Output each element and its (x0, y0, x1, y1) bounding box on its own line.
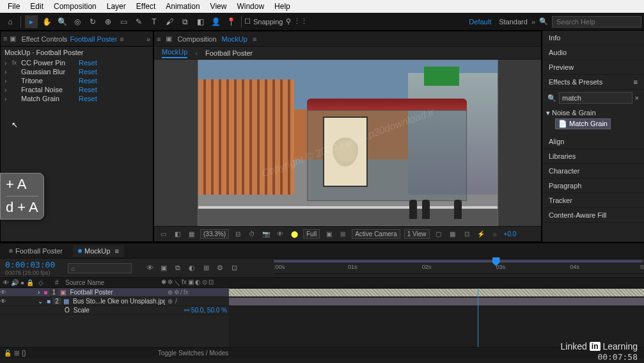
fx-badge-icon[interactable] (12, 69, 21, 75)
view-opt2-icon[interactable]: ▦ (448, 229, 458, 239)
composition-name-link[interactable]: MockUp (222, 35, 247, 43)
tl-footer-icon[interactable]: {} (22, 350, 26, 357)
character-panel-header[interactable]: Character (542, 164, 644, 179)
brainstorm-icon[interactable]: ⚙ (215, 264, 225, 272)
panel-menu-icon[interactable]: ≡ (120, 35, 123, 43)
menu-file[interactable]: File (3, 1, 25, 12)
menu-composition[interactable]: Composition (49, 1, 102, 12)
timeline-track-area[interactable] (229, 288, 644, 347)
magnify-icon[interactable]: ▭ (158, 229, 168, 239)
fx-badge-icon[interactable] (12, 77, 21, 84)
panel-lock-icon[interactable]: ≡ (3, 35, 7, 43)
disclosure-icon[interactable]: › (4, 59, 12, 67)
effect-row[interactable]: › Match Grain Reset (1, 94, 153, 103)
effect-reset-link[interactable]: Reset (79, 77, 97, 85)
snapshot-icon[interactable]: 📷 (261, 229, 271, 239)
audio-panel-header[interactable]: Audio (542, 45, 644, 60)
libraries-panel-header[interactable]: Libraries (542, 149, 644, 164)
label-color-icon[interactable]: ■ (42, 289, 49, 296)
frame-blend-icon[interactable]: ⧉ (173, 264, 183, 272)
current-timecode[interactable]: 0:00:03:00 (0, 260, 60, 270)
disclosure-icon[interactable]: › (4, 68, 12, 76)
effect-reset-link[interactable]: Reset (79, 59, 97, 67)
layer-row[interactable]: 👁 ⌄ ■ 2 ▦ Bus Sto...le Oke on Unsplash.j… (0, 297, 229, 306)
breadcrumb-active[interactable]: MockUp (162, 48, 187, 58)
stamp-tool-icon[interactable]: ⧉ (178, 15, 191, 28)
info-panel-header[interactable]: Info (542, 31, 644, 45)
work-area-bar[interactable] (274, 260, 643, 262)
menu-layer[interactable]: Layer (102, 1, 131, 12)
disclosure-icon[interactable]: › (36, 289, 42, 296)
view-dropdown[interactable]: 1 View (404, 229, 430, 239)
disclosure-icon[interactable]: › (4, 86, 12, 93)
tree-group[interactable]: ▾ Noise & Grain (546, 108, 640, 118)
clear-search-icon[interactable]: × (632, 94, 641, 102)
workspace-menu-icon[interactable]: » (531, 18, 535, 26)
rectangle-tool-icon[interactable]: ▭ (117, 15, 130, 28)
roto-tool-icon[interactable]: 👤 (209, 15, 222, 28)
layer-bar[interactable] (229, 298, 644, 305)
effect-row[interactable]: › Fractal Noise Reset (1, 85, 153, 94)
zoom-dropdown[interactable]: (33.3%) (200, 229, 229, 239)
panel-menu-icon[interactable]: ≡ (253, 35, 256, 43)
source-name-col[interactable]: Source Name (63, 279, 159, 286)
draft3d-icon[interactable]: ▣ (159, 264, 169, 272)
playhead-line[interactable] (478, 288, 478, 347)
align-panel-header[interactable]: Align (542, 134, 644, 149)
graph-editor-icon[interactable]: ⊞ (201, 264, 211, 272)
alpha-icon[interactable]: ◧ (172, 229, 182, 239)
channel-icon[interactable]: ⬤ (289, 229, 299, 239)
timeline-search-input[interactable] (68, 263, 132, 273)
effect-controls-layer-link[interactable]: Football Poster (70, 35, 117, 43)
panel-comp-icon[interactable]: ▣ (166, 35, 172, 43)
res-half-icon[interactable]: ⊟ (233, 229, 243, 239)
effect-row[interactable]: › Gaussian Blur Reset (1, 67, 153, 76)
effect-reset-link[interactable]: Reset (79, 95, 97, 102)
panel-lock-icon[interactable]: ≡ (157, 35, 161, 43)
zoom-tool-icon[interactable]: 🔍 (56, 15, 68, 28)
tl-footer-icon[interactable]: 🔓 (4, 350, 12, 357)
menu-view[interactable]: View (205, 1, 232, 12)
tracker-panel-header[interactable]: Tracker (542, 193, 644, 208)
search-help-input[interactable] (552, 16, 641, 28)
preview-panel-header[interactable]: Preview (542, 60, 644, 75)
label-color-icon[interactable]: ■ (45, 298, 52, 305)
view-opt3-icon[interactable]: ⊡ (462, 229, 472, 239)
resolution-dropdown[interactable]: Full (303, 229, 320, 239)
effect-row[interactable]: › Tritone Reset (1, 76, 153, 85)
roi-icon[interactable]: ▣ (324, 229, 334, 239)
effect-reset-link[interactable]: Reset (79, 86, 97, 93)
effects-search-input[interactable] (559, 92, 632, 104)
fast-preview-icon[interactable]: ⚡ (476, 229, 486, 239)
disclosure-icon[interactable]: › (4, 77, 12, 85)
show-snapshot-icon[interactable]: 👁 (275, 229, 285, 239)
render-icon[interactable]: ⊡ (229, 264, 239, 272)
exposure-icon[interactable]: ☼ (490, 229, 500, 239)
workspace-standard[interactable]: Standard (499, 18, 528, 26)
property-value[interactable]: ⚯ 50.0, 50.0 % (182, 307, 229, 314)
menu-effect[interactable]: Effect (131, 1, 161, 12)
effect-reset-link[interactable]: Reset (79, 68, 97, 76)
text-tool-icon[interactable]: T (148, 15, 161, 28)
grid-icon[interactable]: ⊞ (338, 229, 348, 239)
fx-badge-icon[interactable]: fx (12, 60, 21, 66)
brush-tool-icon[interactable]: 🖌 (163, 15, 176, 28)
selection-tool-icon[interactable]: ▸ (25, 15, 38, 28)
eraser-tool-icon[interactable]: ◧ (194, 15, 207, 28)
paragraph-panel-header[interactable]: Paragraph (542, 179, 644, 193)
eye-toggle[interactable]: 👁 (0, 289, 6, 296)
camera-dropdown[interactable]: Active Camera (352, 229, 400, 239)
panel-overflow-icon[interactable]: » (146, 35, 150, 43)
menu-help[interactable]: Help (269, 1, 295, 12)
layer-bar[interactable] (229, 289, 644, 296)
timecode-icon[interactable]: ⏱ (247, 229, 257, 239)
eye-toggle[interactable]: 👁 (0, 298, 6, 305)
hand-tool-icon[interactable]: ✋ (40, 15, 53, 28)
shy-icon[interactable]: 👁 (145, 264, 155, 272)
effects-presets-header[interactable]: Effects & Presets ≡ (542, 75, 644, 90)
timeline-tab[interactable]: Football Poster (4, 245, 68, 257)
home-icon[interactable]: ⌂ (4, 15, 17, 28)
content-aware-fill-header[interactable]: Content-Aware Fill (542, 208, 644, 223)
breadcrumb-item[interactable]: Football Poster (205, 49, 253, 57)
workspace-default[interactable]: Default (465, 17, 495, 27)
